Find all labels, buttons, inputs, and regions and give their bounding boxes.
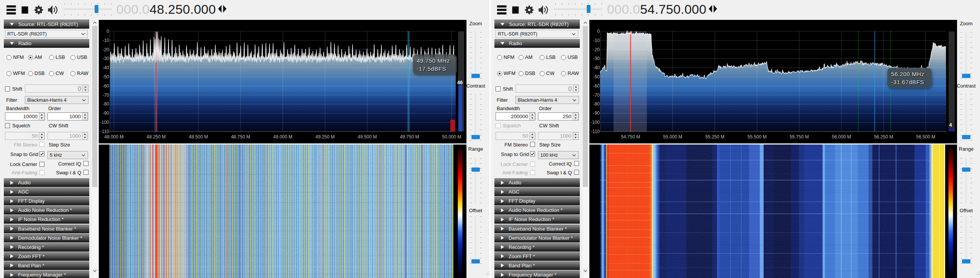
svg-text:0: 0 [106,29,109,34]
svg-text:-20: -20 [593,47,600,52]
svg-text:-20: -20 [103,47,110,52]
svg-text:-100: -100 [100,120,109,125]
svg-text:56.000 M: 56.000 M [832,134,851,140]
svg-text:49.750 M: 49.750 M [400,134,419,140]
svg-text:-40: -40 [593,65,600,70]
svg-text:56.250 M: 56.250 M [874,134,893,140]
svg-text:-30: -30 [593,56,600,61]
svg-text:48.500 M: 48.500 M [189,134,208,140]
svg-text:-40: -40 [103,65,110,70]
svg-text:-60: -60 [593,83,600,89]
svg-text:-80: -80 [103,101,110,107]
svg-text:56.500 M: 56.500 M [916,134,935,140]
svg-text:55.750 M: 55.750 M [790,134,809,140]
svg-text:-10: -10 [593,38,600,43]
svg-text:-60: -60 [103,83,110,89]
svg-text:-50: -50 [593,74,600,80]
svg-text:-70: -70 [103,93,110,98]
svg-text:-80: -80 [593,101,600,107]
svg-text:-30: -30 [103,56,110,61]
svg-text:49.250 M: 49.250 M [316,134,335,140]
svg-text:55.000 M: 55.000 M [663,134,682,140]
svg-text:4: 4 [949,122,952,128]
svg-text:-100: -100 [591,120,600,125]
svg-text:-50: -50 [103,74,110,80]
svg-text:49.500 M: 49.500 M [358,134,377,140]
svg-text:49.000 M: 49.000 M [273,134,292,140]
svg-text:-70: -70 [593,93,600,98]
svg-text:-110: -110 [591,129,600,134]
svg-text:50.000 M: 50.000 M [442,134,461,140]
svg-text:-90: -90 [103,111,110,116]
svg-text:48.750 M: 48.750 M [231,134,250,140]
svg-text:-110: -110 [100,129,109,134]
svg-text:55.500 M: 55.500 M [748,134,767,140]
svg-text:48.000 M: 48.000 M [104,134,123,140]
svg-text:-10: -10 [103,38,110,43]
svg-text:0: 0 [597,29,600,34]
svg-text:48.250 M: 48.250 M [147,134,166,140]
svg-text:54.750 M: 54.750 M [621,134,640,140]
svg-text:-90: -90 [593,111,600,116]
svg-text:55.250 M: 55.250 M [705,134,725,140]
